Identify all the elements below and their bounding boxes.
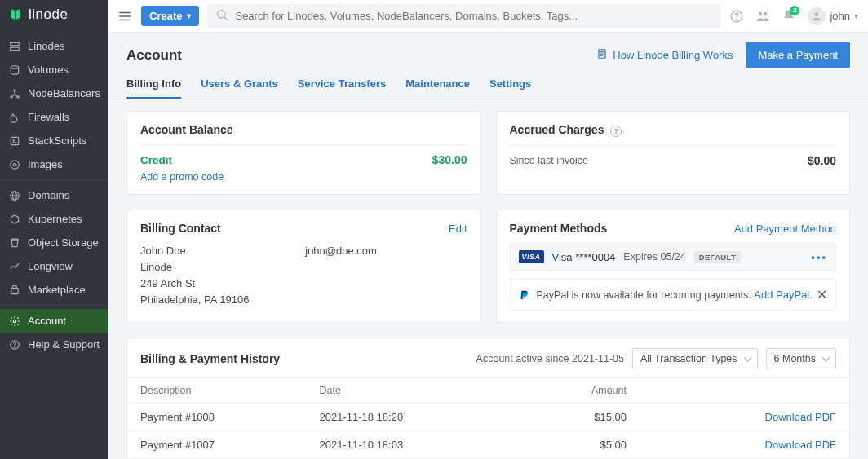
sidebar-item-nodebalancers[interactable]: NodeBalancers [0, 82, 108, 105]
search-wrap[interactable] [207, 4, 721, 28]
svg-point-9 [10, 160, 19, 169]
visa-icon: VISA [519, 250, 544, 263]
sidebar-item-label: Images [28, 158, 63, 170]
hamburger-icon[interactable] [117, 8, 133, 24]
help-tooltip-icon[interactable]: ? [610, 126, 622, 137]
sidebar-item-help-support[interactable]: Help & Support [0, 333, 108, 356]
sidebar-item-label: Firewalls [28, 111, 69, 123]
contact-street: 249 Arch St [140, 276, 302, 292]
svg-point-10 [13, 163, 16, 166]
sidebar-item-label: Marketplace [28, 284, 86, 296]
sidebar-item-object-storage[interactable]: Object Storage [0, 231, 108, 254]
download-pdf-link[interactable]: Download PDF [765, 439, 836, 451]
history-table: Description Date Amount Payment #1008202… [127, 377, 849, 459]
sidebar-item-label: Account [28, 315, 66, 327]
table-row: Payment #10082021-11-18 18:20$15.00Downl… [127, 404, 849, 431]
chevron-down-icon: ▾ [854, 11, 858, 20]
billing-docs-label: How Linode Billing Works [613, 49, 733, 61]
marketplace-icon [8, 284, 20, 296]
search-input[interactable] [235, 10, 713, 22]
credit-label: Credit [140, 154, 172, 166]
sidebar-item-label: Domains [28, 189, 69, 201]
svg-point-27 [759, 11, 763, 15]
billing-docs-link[interactable]: How Linode Billing Works [596, 48, 733, 62]
globe-icon [8, 189, 20, 201]
close-icon[interactable]: ✕ [817, 287, 827, 302]
account-balance-card: Account Balance Credit $30.00 Add a prom… [126, 111, 481, 195]
sidebar-item-account[interactable]: Account [0, 309, 108, 333]
payment-method-row: VISA Visa ****0004 Expires 05/24 DEFAULT… [510, 243, 837, 271]
sidebar-item-label: StackScripts [28, 135, 86, 147]
sidebar-item-linodes[interactable]: Linodes [0, 34, 108, 58]
edit-contact-link[interactable]: Edit [449, 223, 467, 235]
card-actions-menu[interactable]: ••• [811, 251, 827, 263]
tab-service-transfers[interactable]: Service Transfers [298, 71, 386, 99]
linode-logo-icon [8, 7, 23, 22]
gear-icon [8, 315, 20, 327]
tab-users-grants[interactable]: Users & Grants [201, 71, 278, 99]
sidebar-item-marketplace[interactable]: Marketplace [0, 278, 108, 302]
svg-point-5 [13, 89, 15, 90]
accrued-charges-card: Accrued Charges ? Since last invoice $0.… [496, 111, 851, 195]
community-icon[interactable] [755, 9, 770, 24]
contact-company: Linode [140, 259, 302, 276]
svg-rect-16 [11, 288, 17, 293]
accrued-title: Accrued Charges ? [510, 123, 622, 137]
col-description: Description [127, 378, 306, 404]
make-payment-button[interactable]: Make a Payment [746, 42, 850, 68]
svg-point-4 [11, 65, 18, 68]
billing-contact-title: Billing Contact [140, 222, 221, 235]
add-promo-link[interactable]: Add a promo code [140, 171, 467, 183]
date-range-select[interactable]: 6 Months [766, 348, 836, 369]
stackscript-icon [8, 135, 20, 147]
accrued-title-text: Accrued Charges [510, 123, 604, 136]
search-icon [215, 8, 228, 24]
volume-icon [8, 64, 20, 76]
sidebar-item-volumes[interactable]: Volumes [0, 58, 108, 82]
help-icon[interactable] [729, 9, 744, 24]
sidebar-item-images[interactable]: Images [0, 152, 108, 176]
create-button[interactable]: Create ▾ [141, 6, 199, 26]
sidebar-item-firewalls[interactable]: Firewalls [0, 105, 108, 129]
add-paypal-link[interactable]: Add PayPal. [754, 289, 813, 301]
billing-contact-card: Billing Contact Edit John Doe Linode 249… [126, 210, 481, 323]
contact-city: Philadelphia, PA 19106 [140, 292, 302, 308]
transaction-type-select[interactable]: All Transaction Types [632, 348, 758, 369]
default-badge: DEFAULT [694, 251, 741, 263]
history-desc: Payment #1007 [127, 431, 306, 459]
page-title: Account [126, 47, 182, 64]
svg-rect-2 [10, 42, 19, 46]
brand[interactable]: linode [0, 0, 108, 31]
sidebar-item-label: Help & Support [28, 338, 100, 351]
user-menu[interactable]: john ▾ [808, 7, 858, 25]
document-icon [596, 48, 608, 62]
sidebar-item-kubernetes[interactable]: Kubernetes [0, 207, 108, 231]
tabs: Billing InfoUsers & GrantsService Transf… [108, 71, 868, 99]
download-pdf-link[interactable]: Download PDF [765, 411, 836, 423]
sidebar-item-stackscripts[interactable]: StackScripts [0, 129, 108, 152]
sidebar-item-label: Object Storage [28, 236, 99, 249]
svg-point-19 [14, 346, 15, 347]
longview-icon [8, 260, 20, 272]
col-amount: Amount [503, 378, 675, 404]
tab-maintenance[interactable]: Maintenance [405, 71, 470, 99]
sidebar-item-label: NodeBalancers [28, 87, 100, 99]
help-icon [8, 338, 20, 351]
svg-point-29 [815, 12, 819, 16]
sidebar-item-label: Kubernetes [28, 213, 82, 225]
tab-billing-info[interactable]: Billing Info [126, 71, 181, 99]
svg-marker-14 [11, 214, 18, 223]
sidebar-item-domains[interactable]: Domains [0, 183, 108, 207]
sidebar-item-longview[interactable]: Longview [0, 254, 108, 278]
contact-name: John Doe [140, 243, 302, 259]
add-payment-method-link[interactable]: Add Payment Method [734, 223, 836, 235]
notifications-icon[interactable]: 2 [782, 9, 796, 24]
avatar-icon [808, 7, 826, 25]
col-date: Date [306, 378, 502, 404]
sidebar-item-label: Linodes [28, 40, 65, 52]
firewall-icon [8, 111, 20, 123]
svg-marker-0 [11, 9, 15, 20]
tab-settings[interactable]: Settings [489, 71, 531, 99]
card-label: Visa ****0004 [552, 251, 616, 263]
history-amount: $15.00 [503, 404, 675, 431]
